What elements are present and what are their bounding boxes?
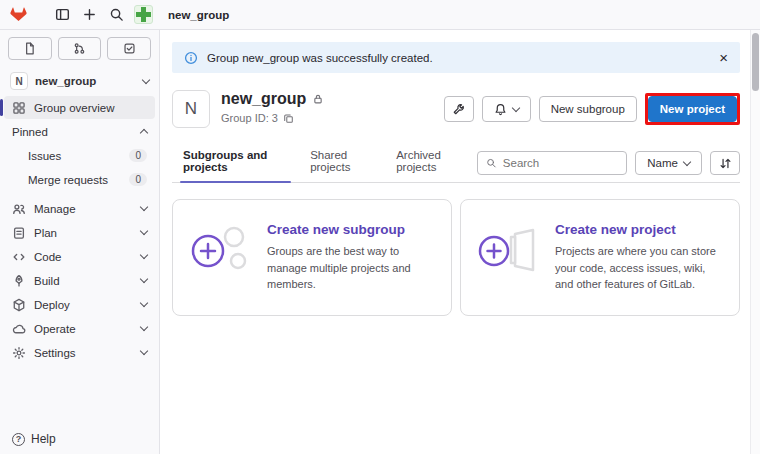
group-avatar: N: [10, 72, 28, 90]
scrollbar[interactable]: [750, 30, 760, 454]
header-actions: New subgroup New project: [444, 93, 740, 125]
help-button[interactable]: ? Help: [0, 432, 68, 446]
sort-direction-button[interactable]: [710, 151, 740, 175]
wrench-icon: [452, 103, 465, 116]
sidebar-item-group-overview[interactable]: Group overview: [4, 96, 155, 119]
bell-icon: [494, 103, 507, 116]
sidebar-section-pinned[interactable]: Pinned: [4, 120, 155, 143]
sidebar-item-label: Issues: [28, 150, 121, 162]
gear-icon: [12, 346, 26, 360]
card-description: Projects are where you can store your co…: [555, 243, 723, 293]
sidebar-item-merge-requests[interactable]: Merge requests 0: [4, 168, 155, 191]
subgroup-illustration-icon: [189, 222, 253, 278]
sidebar-item-label: Group overview: [34, 102, 147, 114]
sidebar-item-operate[interactable]: Operate: [4, 317, 155, 340]
search-icon[interactable]: [107, 6, 125, 24]
notifications-dropdown-button[interactable]: [482, 96, 531, 122]
sort-by-label: Name: [647, 157, 678, 169]
sidebar-shortcuts: [0, 37, 159, 68]
copy-icon[interactable]: [283, 113, 294, 124]
create-project-link[interactable]: Create new project: [555, 222, 723, 237]
top-bar: new_group: [0, 0, 760, 30]
create-project-card: Create new project Projects are where yo…: [460, 199, 740, 316]
rocket-icon: [12, 274, 26, 288]
sidebar-item-label: Deploy: [34, 299, 133, 311]
sidebar-item-label: Operate: [34, 323, 133, 335]
cloud-icon: [12, 322, 26, 336]
sidebar-item-settings[interactable]: Settings: [4, 341, 155, 364]
merge-request-shortcut-button[interactable]: [58, 37, 102, 60]
chevron-down-icon: [140, 251, 148, 259]
search-box: [477, 151, 627, 175]
sidebar-item-deploy[interactable]: Deploy: [4, 293, 155, 316]
sidebar-toggle-icon[interactable]: [53, 6, 71, 24]
card-text: Create new subgroup Groups are the best …: [267, 222, 435, 293]
card-description: Groups are the best way to manage multip…: [267, 243, 435, 293]
sidebar-item-label: Code: [34, 251, 133, 263]
sidebar-item-label: Merge requests: [28, 174, 121, 186]
sidebar: N new_group Group overview Pinned Issues…: [0, 30, 160, 454]
topbar-icon-group: [53, 5, 153, 24]
tabs-row: Subgroups and projects Shared projects A…: [172, 141, 740, 183]
clipboard-icon: [12, 226, 26, 240]
gitlab-logo-icon[interactable]: [9, 6, 27, 24]
sort-direction-icon: [719, 157, 732, 170]
page-title: new_group: [221, 90, 306, 108]
sidebar-item-manage[interactable]: Manage: [4, 197, 155, 220]
chevron-down-icon: [142, 75, 150, 83]
create-new-icon[interactable]: [80, 6, 98, 24]
new-project-button[interactable]: New project: [648, 96, 737, 122]
tab-archived-projects[interactable]: Archived projects: [385, 141, 477, 182]
chevron-down-icon: [511, 103, 519, 111]
lock-icon: [312, 93, 324, 105]
group-header: N new_group Group ID: 3: [172, 90, 740, 128]
help-icon: ?: [12, 433, 25, 446]
filter-controls: Name: [477, 151, 740, 182]
group-header-avatar: N: [172, 90, 210, 128]
issues-count-badge: 0: [129, 149, 147, 162]
issues-shortcut-button[interactable]: [8, 37, 52, 60]
tab-subgroups-and-projects[interactable]: Subgroups and projects: [172, 141, 299, 182]
alert-message: Group new_group was successfully created…: [207, 52, 433, 64]
tab-shared-projects[interactable]: Shared projects: [299, 141, 385, 182]
search-input[interactable]: [503, 157, 619, 169]
wrench-button[interactable]: [444, 96, 474, 122]
help-label: Help: [31, 432, 56, 446]
sidebar-item-build[interactable]: Build: [4, 269, 155, 292]
sort-by-dropdown[interactable]: Name: [635, 151, 702, 175]
user-avatar[interactable]: [134, 5, 153, 24]
sidebar-item-label: Manage: [34, 203, 133, 215]
info-icon: [184, 51, 198, 65]
search-icon: [486, 157, 497, 169]
group-name: new_group: [35, 75, 136, 87]
package-icon: [12, 298, 26, 312]
project-illustration-icon: [477, 222, 541, 278]
new-subgroup-button[interactable]: New subgroup: [539, 96, 637, 122]
chevron-down-icon: [683, 157, 691, 165]
annotation-highlight: New project: [645, 93, 740, 125]
create-subgroup-link[interactable]: Create new subgroup: [267, 222, 435, 237]
sidebar-item-label: Settings: [34, 347, 133, 359]
chevron-down-icon: [140, 227, 148, 235]
sidebar-item-plan[interactable]: Plan: [4, 221, 155, 244]
sidebar-group-switcher[interactable]: N new_group: [4, 68, 155, 94]
scrollbar-thumb[interactable]: [752, 33, 759, 91]
sidebar-item-code[interactable]: Code: [4, 245, 155, 268]
chevron-down-icon: [140, 347, 148, 355]
todo-shortcut-button[interactable]: [107, 37, 151, 60]
chevron-down-icon: [140, 203, 148, 211]
users-icon: [12, 202, 26, 216]
chevron-down-icon: [140, 323, 148, 331]
close-icon[interactable]: ×: [719, 50, 728, 65]
sidebar-item-issues[interactable]: Issues 0: [4, 144, 155, 167]
overview-grid-icon: [12, 101, 26, 115]
code-icon: [12, 250, 26, 264]
card-text: Create new project Projects are where yo…: [555, 222, 723, 293]
breadcrumb[interactable]: new_group: [168, 9, 229, 21]
success-alert: Group new_group was successfully created…: [172, 42, 740, 73]
chevron-down-icon: [140, 275, 148, 283]
main-content: Group new_group was successfully created…: [160, 30, 750, 454]
active-indicator: [0, 99, 3, 116]
sidebar-item-label: Plan: [34, 227, 133, 239]
empty-state-cards: Create new subgroup Groups are the best …: [172, 199, 740, 316]
